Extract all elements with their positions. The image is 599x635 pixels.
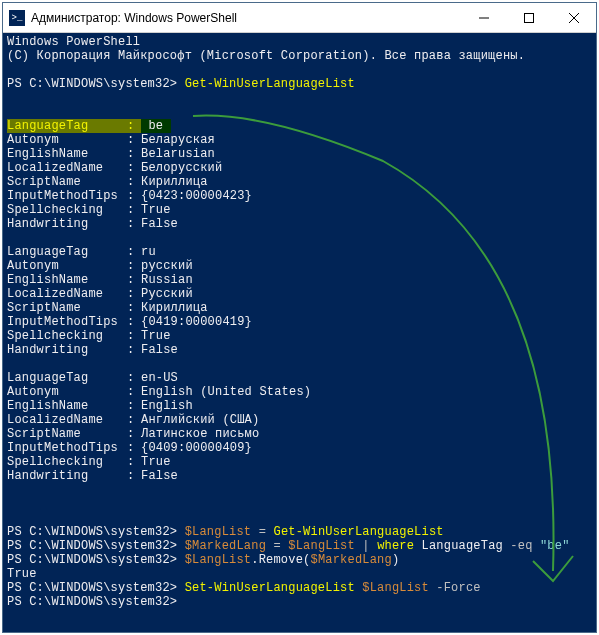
property-value: True [141,329,171,343]
property-row: Spellchecking:True [7,329,592,343]
property-value: False [141,217,178,231]
maximize-button[interactable] [506,3,551,33]
property-key: EnglishName [7,399,127,413]
property-row: ScriptName:Латинское письмо [7,427,592,441]
property-key: ScriptName [7,301,127,315]
property-value: ru [141,245,156,259]
property-row: InputMethodTips:{0423:00000423} [7,189,592,203]
property-row: LanguageTag: be [7,119,592,133]
prompt: PS C:\WINDOWS\system32> [7,77,177,91]
property-row: Autonym:Беларуская [7,133,592,147]
property-row: LocalizedName:Русский [7,287,592,301]
property-value: Белорусский [141,161,222,175]
property-row: LanguageTag:en-US [7,371,592,385]
command-line-6: PS C:\WINDOWS\system32> [7,595,592,609]
property-value: Латинское письмо [141,427,259,441]
powershell-window: >_ Администратор: Windows PowerShell Win… [2,2,597,633]
close-icon [569,13,579,23]
cmd-get-winuserlanguagelist: Get-WinUserLanguageList [185,77,355,91]
property-value: Russian [141,273,193,287]
property-row: ScriptName:Кириллица [7,301,592,315]
property-value: Русский [141,287,193,301]
property-row: LocalizedName:Английский (США) [7,413,592,427]
property-value: False [141,343,178,357]
minimize-button[interactable] [461,3,506,33]
property-key: LocalizedName [7,413,127,427]
property-key: EnglishName [7,147,127,161]
property-key: ScriptName [7,427,127,441]
property-value: {0409:00000409} [141,441,252,455]
property-value: Английский (США) [141,413,259,427]
command-line-4: PS C:\WINDOWS\system32> $LangList.Remove… [7,553,592,567]
property-value: Беларуская [141,133,215,147]
command-line-3: PS C:\WINDOWS\system32> $MarkedLang = $L… [7,539,592,553]
property-key: LanguageTag [7,119,127,133]
property-row: Handwriting:False [7,343,592,357]
property-key: Spellchecking [7,455,127,469]
property-value: {0419:00000419} [141,315,252,329]
property-key: Autonym [7,259,127,273]
property-row: InputMethodTips:{0419:00000419} [7,315,592,329]
property-value: русский [141,259,193,273]
property-value: Кириллица [141,301,208,315]
property-key: LocalizedName [7,287,127,301]
property-key: Handwriting [7,217,127,231]
output-true: True [7,567,592,581]
header-line1: Windows PowerShell [7,35,592,49]
language-block: LanguageTag: be Autonym:БеларускаяEnglis… [7,119,592,231]
property-row: Autonym:English (United States) [7,385,592,399]
command-line-5: PS C:\WINDOWS\system32> Set-WinUserLangu… [7,581,592,595]
property-value: Belarusian [141,147,215,161]
property-value: False [141,469,178,483]
property-row: LanguageTag:ru [7,245,592,259]
property-row: ScriptName:Кириллица [7,175,592,189]
property-value: English (United States) [141,385,311,399]
property-row: EnglishName:Belarusian [7,147,592,161]
language-block: LanguageTag:en-USAutonym:English (United… [7,371,592,483]
property-key: InputMethodTips [7,315,127,329]
property-key: Autonym [7,385,127,399]
property-row: Handwriting:False [7,217,592,231]
property-value: True [141,455,171,469]
property-key: Handwriting [7,343,127,357]
command-line-1: PS C:\WINDOWS\system32> Get-WinUserLangu… [7,77,592,91]
header-line2: (C) Корпорация Майкрософт (Microsoft Cor… [7,49,592,63]
property-key: InputMethodTips [7,189,127,203]
property-value: {0423:00000423} [141,189,252,203]
property-row: EnglishName:Russian [7,273,592,287]
window-title: Администратор: Windows PowerShell [31,11,461,25]
property-key: EnglishName [7,273,127,287]
property-value: en-US [141,371,178,385]
powershell-icon: >_ [9,10,25,26]
minimize-icon [479,13,489,23]
property-key: LanguageTag [7,371,127,385]
property-key: ScriptName [7,175,127,189]
property-value: be [141,119,171,133]
property-key: Handwriting [7,469,127,483]
property-key: Spellchecking [7,203,127,217]
property-key: LocalizedName [7,161,127,175]
titlebar[interactable]: >_ Администратор: Windows PowerShell [3,3,596,33]
property-row: LocalizedName:Белорусский [7,161,592,175]
property-key: Spellchecking [7,329,127,343]
property-key: Autonym [7,133,127,147]
property-row: EnglishName:English [7,399,592,413]
property-key: LanguageTag [7,245,127,259]
property-row: InputMethodTips:{0409:00000409} [7,441,592,455]
property-row: Spellchecking:True [7,203,592,217]
svg-rect-1 [524,13,533,22]
close-button[interactable] [551,3,596,33]
property-value: True [141,203,171,217]
language-block: LanguageTag:ruAutonym:русскийEnglishName… [7,245,592,357]
command-line-2: PS C:\WINDOWS\system32> $LangList = Get-… [7,525,592,539]
terminal-output[interactable]: Windows PowerShell (C) Корпорация Майкро… [3,33,596,611]
property-row: Handwriting:False [7,469,592,483]
property-row: Autonym:русский [7,259,592,273]
maximize-icon [524,13,534,23]
property-key: InputMethodTips [7,441,127,455]
property-value: English [141,399,193,413]
property-value: Кириллица [141,175,208,189]
property-row: Spellchecking:True [7,455,592,469]
